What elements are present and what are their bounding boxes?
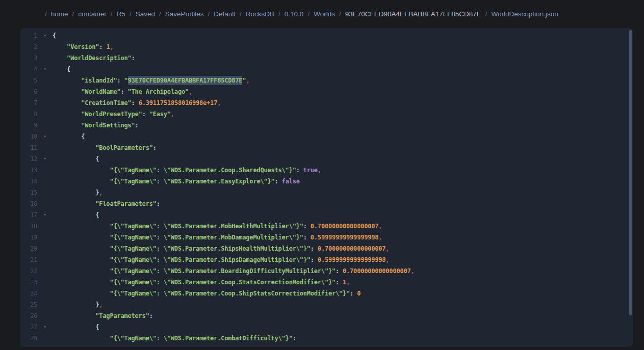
code-line[interactable]: 12▾ {: [20, 153, 633, 165]
token-str: "FloatParameters": [95, 200, 156, 207]
token-str: "{\"TagName\": \"WDS.Parameter.Coop.Stat…: [110, 279, 336, 286]
code-line[interactable]: 10▾ {: [20, 131, 633, 142]
code-text: "{\"TagName\": \"WDS.Parameter.ShipsHeal…: [53, 243, 633, 254]
code-line[interactable]: 3 "WorldDescription":: [20, 52, 633, 64]
breadcrumb-item-saved[interactable]: Saved: [136, 10, 155, 18]
token-comma: ,: [217, 99, 221, 106]
code-text: "FloatParameters":: [53, 198, 633, 209]
code-line[interactable]: 24 "{\"TagName\": \"WDS.Parameter.Coop.S…: [20, 288, 633, 299]
breadcrumb-separator: /: [278, 10, 280, 18]
line-number: 4: [20, 64, 37, 75]
code-line[interactable]: 19 "{\"TagName\": \"WDS.Parameter.MobDam…: [20, 232, 633, 243]
token-punc: :: [99, 43, 106, 50]
fold-gutter: [37, 86, 53, 97]
token-punc: :: [350, 290, 357, 297]
code-line[interactable]: 5 "islandId": "93E70CFED90A4EFBABBFA17FF…: [20, 75, 633, 86]
code-line[interactable]: 1▾{: [20, 30, 633, 41]
fold-arrow-icon[interactable]: ▾: [37, 64, 53, 75]
code-line[interactable]: 27▾ {: [20, 321, 633, 333]
code-line[interactable]: 16 "FloatParameters":: [20, 198, 633, 209]
token-punc: :: [336, 267, 343, 275]
code-line[interactable]: 23 "{\"TagName\": \"WDS.Parameter.Coop.S…: [20, 277, 633, 288]
line-number: 11: [20, 142, 37, 153]
breadcrumb-separator: /: [307, 10, 310, 18]
breadcrumb-item-saveprofiles[interactable]: SaveProfiles: [165, 10, 204, 18]
fold-gutter: [37, 142, 53, 153]
token-punc: {: [95, 211, 99, 219]
code-line[interactable]: 8 "WorldPresetType": "Easy",: [20, 109, 633, 120]
token-punc: :: [135, 122, 139, 129]
code-text: "WorldDescription":: [53, 52, 633, 64]
token-punc: :: [293, 335, 296, 342]
breadcrumb-item-rocksdb[interactable]: RocksDB: [246, 10, 274, 18]
line-number: 18: [20, 221, 37, 232]
breadcrumb-item-home[interactable]: home: [51, 10, 68, 18]
line-number: 9: [20, 120, 37, 131]
breadcrumb-item-container[interactable]: container: [78, 10, 107, 18]
code-line[interactable]: 14 "{\"TagName\": \"WDS.Parameter.EasyEx…: [20, 176, 633, 187]
code-line[interactable]: 22 "{\"TagName\": \"WDS.Parameter.Boardi…: [20, 265, 633, 277]
token-num: 0.70000000000000007: [318, 245, 385, 252]
token-num: 0.59999999999999998: [311, 234, 378, 241]
line-number: 7: [20, 97, 37, 109]
breadcrumb-item-r5[interactable]: R5: [117, 10, 125, 18]
token-punc: :: [311, 245, 318, 252]
token-comma: ,: [246, 77, 249, 84]
fold-gutter: [37, 176, 53, 187]
token-punc: :: [149, 312, 153, 319]
fold-arrow-icon[interactable]: ▾: [37, 30, 53, 41]
token-comma: ,: [411, 267, 415, 275]
token-str: "WorldName": [81, 88, 120, 95]
breadcrumb-item-default[interactable]: Default: [214, 10, 236, 18]
code-line[interactable]: 9 "WorldSettings":: [20, 120, 633, 131]
code-line[interactable]: 25 },: [20, 299, 633, 310]
code-text: {: [53, 131, 633, 142]
scrollbar-thumb[interactable]: [629, 30, 632, 315]
token-punc: :: [311, 256, 318, 263]
line-number: 13: [20, 165, 37, 176]
breadcrumb-item-worlds[interactable]: Worlds: [314, 10, 335, 18]
fold-arrow-icon[interactable]: ▾: [37, 321, 53, 333]
code-line[interactable]: 2 "Version": 1,: [20, 41, 633, 52]
token-num: 1: [343, 279, 346, 286]
fold-arrow-icon[interactable]: ▾: [37, 131, 53, 142]
fold-gutter: [37, 299, 53, 310]
line-number: 10: [20, 131, 37, 142]
token-punc: :: [336, 279, 343, 286]
breadcrumb-separator: /: [208, 10, 210, 18]
code-line[interactable]: 13 "{\"TagName\": \"WDS.Parameter.Coop.S…: [20, 165, 633, 176]
code-line[interactable]: 26 "TagParameters":: [20, 310, 633, 321]
code-line[interactable]: 17▾ {: [20, 209, 633, 221]
breadcrumb-item-worlddescription-json[interactable]: WorldDescription.json: [492, 10, 558, 18]
code-line[interactable]: 4▾ {: [20, 64, 633, 75]
fold-arrow-icon[interactable]: ▾: [37, 209, 53, 221]
line-number: 16: [20, 198, 37, 209]
code-line[interactable]: 11 "BoolParameters":: [20, 142, 633, 153]
token-bool: false: [282, 178, 300, 185]
breadcrumb-item-0-10-0[interactable]: 0.10.0: [285, 10, 304, 18]
code-text: "{\"TagName\": \"WDS.Parameter.Coop.Ship…: [53, 288, 633, 299]
code-area: 1▾{2 "Version": 1,3 "WorldDescription":4…: [20, 30, 633, 344]
token-str: "{\"TagName\": \"WDS.Parameter.BoardingD…: [110, 267, 336, 275]
code-line[interactable]: 28 "{\"TagName\": \"WDS.Parameter.Combat…: [20, 333, 633, 344]
token-str: "WorldSettings": [81, 122, 135, 129]
token-punc: :: [303, 234, 311, 241]
token-str: "{\"TagName\": \"WDS.Parameter.CombatDif…: [110, 335, 292, 342]
line-number: 1: [20, 30, 37, 41]
fold-gutter: [37, 221, 53, 232]
json-editor[interactable]: 1▾{2 "Version": 1,3 "WorldDescription":4…: [20, 28, 633, 347]
code-line[interactable]: 20 "{\"TagName\": \"WDS.Parameter.ShipsH…: [20, 243, 633, 254]
token-punc: {: [95, 324, 99, 331]
line-number: 22: [20, 265, 37, 277]
code-line[interactable]: 6 "WorldName": "The Archipelago",: [20, 86, 633, 97]
code-line[interactable]: 21 "{\"TagName\": \"WDS.Parameter.ShipsD…: [20, 254, 633, 265]
code-line[interactable]: 15 },: [20, 187, 633, 198]
token-punc: :: [142, 111, 149, 118]
token-comma: ,: [110, 43, 113, 50]
code-line[interactable]: 7 "CreationTime": 6.3911751858016998e+17…: [20, 97, 633, 109]
code-line[interactable]: 18 "{\"TagName\": \"WDS.Parameter.MobHea…: [20, 221, 633, 232]
fold-arrow-icon[interactable]: ▾: [37, 153, 53, 165]
line-number: 25: [20, 299, 37, 310]
line-number: 14: [20, 176, 37, 187]
token-str: "{\"TagName\": \"WDS.Parameter.ShipsDama…: [110, 256, 310, 263]
